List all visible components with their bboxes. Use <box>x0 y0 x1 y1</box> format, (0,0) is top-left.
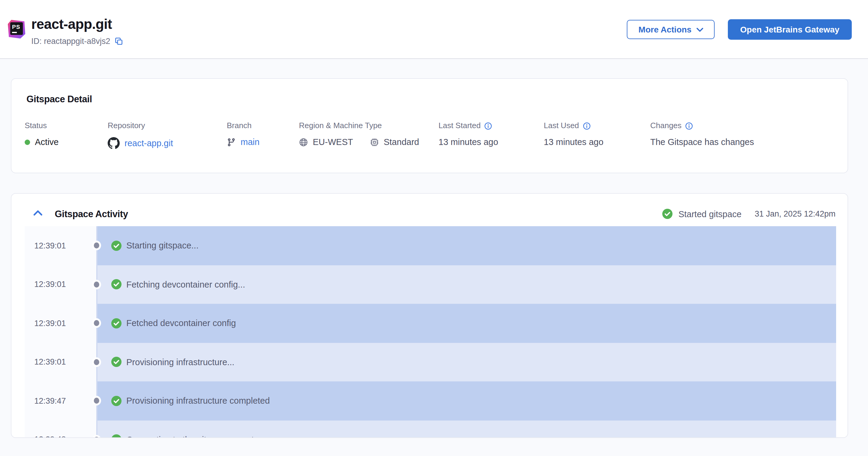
timeline-dot <box>94 320 99 326</box>
more-actions-button[interactable]: More Actions <box>627 20 715 39</box>
status-value: Active <box>35 137 59 147</box>
check-circle-icon <box>111 279 122 290</box>
info-icon[interactable] <box>583 122 590 130</box>
more-actions-label: More Actions <box>639 25 691 34</box>
changes-value: The Gitspace has changes <box>650 137 754 147</box>
gitspace-id-row: ID: reactappgit-a8vjs2 <box>31 37 123 46</box>
log-message: Provisioning infrastructure completed <box>126 396 270 406</box>
gitspace-activity-card: Gitspace Activity Started gitspace 31 Ja… <box>11 193 848 438</box>
region-value: EU-WEST <box>313 137 353 147</box>
timeline-dot <box>94 398 99 404</box>
globe-icon <box>299 138 308 147</box>
log-timestamp: 12:39:01 <box>25 343 97 382</box>
info-icon[interactable] <box>685 122 693 130</box>
log-message: Connecting to the gitspace agent <box>126 435 254 438</box>
status-label: Status <box>25 122 59 130</box>
chevron-up-icon[interactable] <box>33 209 43 217</box>
gitspace-activity-heading: Gitspace Activity <box>55 209 128 220</box>
log-row: 12:39:01 Fetching devcontainer config... <box>25 265 836 304</box>
last-used-value: 13 minutes ago <box>544 137 603 147</box>
log-timestamp: 12:39:01 <box>25 265 97 304</box>
check-circle-icon <box>111 435 122 438</box>
repository-label: Repository <box>108 122 173 130</box>
check-circle-icon <box>662 209 673 219</box>
git-branch-icon <box>227 138 236 147</box>
log-timestamp: 12:39:47 <box>25 382 97 420</box>
info-icon[interactable] <box>484 122 492 130</box>
last-started-value: 13 minutes ago <box>438 137 498 147</box>
log-timestamp: 12:39:48 <box>25 420 97 438</box>
activity-log: 12:39:01 Starting gitspace... 12:39:01 F… <box>25 226 836 438</box>
timeline-dot <box>94 281 99 287</box>
github-icon <box>108 137 120 149</box>
timeline-dot <box>94 359 99 365</box>
branch-link[interactable]: main <box>241 137 259 147</box>
cpu-icon <box>370 138 379 147</box>
check-circle-icon <box>111 241 122 251</box>
field-changes: Changes The Gitspace has changes <box>650 122 754 147</box>
gitspace-detail-page: PS react-app.git ID: reactappgit-a8vjs2 … <box>0 0 868 456</box>
page-header: PS react-app.git ID: reactappgit-a8vjs2 … <box>0 0 868 59</box>
field-last-started: Last Started 13 minutes ago <box>438 122 498 147</box>
activity-status-text: Started gitspace <box>679 209 742 219</box>
gitspace-detail-heading: Gitspace Detail <box>27 94 92 105</box>
activity-status: Started gitspace 31 Jan, 2025 12:42pm <box>662 209 836 219</box>
last-used-label: Last Used <box>544 122 579 130</box>
phpstorm-logo-box: PS <box>10 22 23 35</box>
open-jetbrains-gateway-label: Open JetBrains Gateway <box>740 25 839 34</box>
log-message: Provisioning infrastructure... <box>126 357 234 367</box>
phpstorm-logo-underscore <box>12 32 17 33</box>
log-row: 12:39:01 Starting gitspace... <box>25 226 836 265</box>
machine-type-value: Standard <box>384 137 419 147</box>
field-region-machine: Region & Machine Type EU-WEST <box>299 122 419 147</box>
log-row: 12:39:48 Connecting to the gitspace agen… <box>25 420 836 438</box>
activity-status-time: 31 Jan, 2025 12:42pm <box>754 209 836 218</box>
gitspace-id: ID: reactappgit-a8vjs2 <box>31 37 111 46</box>
check-circle-icon <box>111 357 122 367</box>
log-row: 12:39:01 Fetched devcontainer config <box>25 304 836 343</box>
check-circle-icon <box>111 396 122 406</box>
timeline-dot <box>94 242 99 248</box>
check-circle-icon <box>111 318 122 329</box>
chevron-down-icon <box>696 27 703 32</box>
last-started-label: Last Started <box>438 122 480 130</box>
page-title: react-app.git <box>31 17 112 32</box>
log-message: Starting gitspace... <box>126 241 198 250</box>
log-row: 12:39:47 Provisioning infrastructure com… <box>25 382 836 420</box>
region-machine-label: Region & Machine Type <box>299 122 419 130</box>
log-timestamp: 12:39:01 <box>25 304 97 343</box>
changes-label: Changes <box>650 122 682 130</box>
field-repository: Repository react-app.git <box>108 122 173 149</box>
log-timestamp: 12:39:01 <box>25 226 97 265</box>
log-message: Fetched devcontainer config <box>126 318 236 328</box>
status-active-dot-icon <box>25 140 30 145</box>
timeline-line <box>96 226 97 438</box>
open-jetbrains-gateway-button[interactable]: Open JetBrains Gateway <box>728 19 852 40</box>
log-message: Fetching devcontainer config... <box>126 280 245 290</box>
log-row: 12:39:01 Provisioning infrastructure... <box>25 343 836 382</box>
phpstorm-logo-icon: PS <box>8 20 25 38</box>
branch-label: Branch <box>227 122 259 130</box>
copy-icon[interactable] <box>115 37 123 45</box>
field-last-used: Last Used 13 minutes ago <box>544 122 603 147</box>
field-status: Status Active <box>25 122 59 147</box>
gitspace-detail-card: Gitspace Detail Status Active Repository… <box>11 78 848 173</box>
repository-link[interactable]: react-app.git <box>125 138 173 148</box>
phpstorm-logo-text: PS <box>12 24 20 35</box>
field-branch: Branch main <box>227 122 259 147</box>
